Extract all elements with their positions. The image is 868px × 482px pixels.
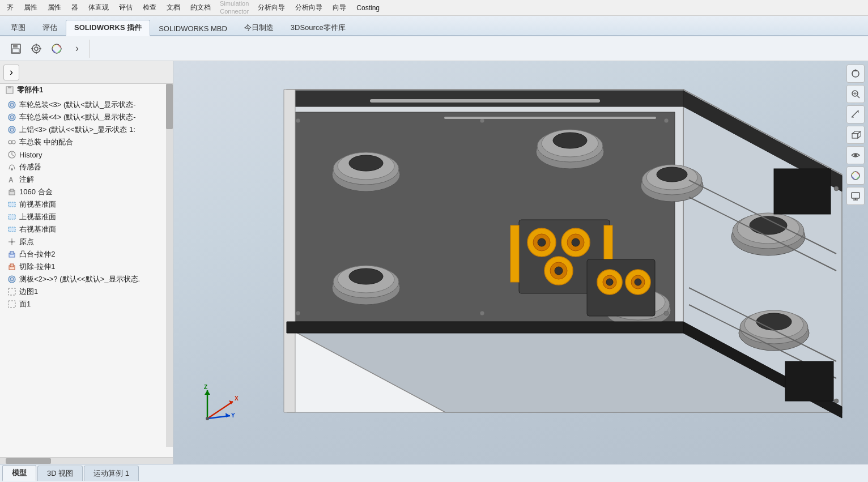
svg-rect-132 <box>852 134 858 138</box>
svg-rect-38 <box>8 288 15 295</box>
feature-tree: 车轮总装<3> (默认<默认_显示状态- 车轮总装<4> (默认<默认_显示状态… <box>0 96 173 457</box>
tree-item-material[interactable]: 1060 合金 <box>0 186 173 198</box>
right-toolbar <box>843 61 868 464</box>
left-hscrollbar[interactable] <box>0 457 173 464</box>
svg-rect-33 <box>10 251 14 254</box>
mates-icon <box>7 137 17 147</box>
tree-root-title[interactable]: 零部件1 <box>0 84 173 96</box>
svg-point-59 <box>657 167 687 182</box>
box-btn[interactable] <box>846 126 865 144</box>
coordinate-indicator: X Y Z <box>196 385 241 430</box>
tree-item-sensors[interactable]: 传感器 <box>0 161 173 173</box>
menu-fenxi2[interactable]: 分析向导 <box>291 2 327 14</box>
menu-tizhiguan[interactable]: 体直观 <box>84 2 113 14</box>
top-menu-bar: 齐 属性 属性 器 体直观 评估 检查 文档 的文档 Simulation Co… <box>0 0 868 16</box>
tree-item-cut-extrude[interactable]: 切除-拉伸1 <box>0 261 173 273</box>
left-expand-btn[interactable]: › <box>3 65 19 80</box>
tree-item-2[interactable]: 上铝<3> (默认<<默认>_显示状态 1: <box>0 123 173 136</box>
svg-point-63 <box>750 216 787 234</box>
left-hscroll-thumb[interactable] <box>6 458 51 464</box>
boss-extrude-icon <box>7 249 17 259</box>
svg-point-15 <box>8 114 15 121</box>
menu-attr1[interactable]: 属性 <box>19 2 42 14</box>
assembly-icon-2 <box>7 125 17 135</box>
svg-point-36 <box>8 276 15 283</box>
menu-simulation-connector[interactable]: Simulation Connector <box>216 0 252 16</box>
svg-point-82 <box>572 238 580 246</box>
menu-jiancha[interactable]: 检查 <box>138 2 161 14</box>
tab-model[interactable]: 模型 <box>2 465 36 481</box>
svg-point-101 <box>834 186 839 191</box>
svg-point-71 <box>349 268 383 284</box>
tab-3d-view[interactable]: 3D 视图 <box>37 466 83 481</box>
tab-sw-plugins[interactable]: SOLIDWORKS 插件 <box>66 20 150 36</box>
ribbon-tab-bar: 草图 评估 SOLIDWORKS 插件 SOLIDWORKS MBD 今日制造 … <box>0 16 868 36</box>
tree-item-1[interactable]: 车轮总装<4> (默认<默认_显示状态- <box>0 111 173 123</box>
main-toolbar: › <box>0 36 868 61</box>
save-icon <box>10 43 22 54</box>
tree-item-plane-front[interactable]: 前视基准面 <box>0 198 173 211</box>
menu-pinggu[interactable]: 评估 <box>114 2 137 14</box>
sketch1-icon <box>7 287 17 297</box>
svg-marker-134 <box>858 131 861 138</box>
feature-tree-panel: › 零部件1 车轮总装<3> (默认<默认_显示状态- 车轮总装<4> (默认<… <box>0 61 173 464</box>
menu-qi2[interactable]: 器 <box>67 2 83 14</box>
zoom-btn[interactable] <box>846 85 865 103</box>
tree-item-annotations[interactable]: A 注解 <box>0 173 173 186</box>
assembly-icon-0 <box>7 100 17 110</box>
svg-point-55 <box>553 133 587 148</box>
tree-item-history[interactable]: History <box>0 148 173 161</box>
display-btn[interactable] <box>846 187 865 205</box>
menu-wendang[interactable]: 文档 <box>162 2 185 14</box>
toolbar-target-btn[interactable] <box>27 40 45 58</box>
toolbar-expand-btn[interactable]: › <box>68 40 86 58</box>
menu-fenxi1[interactable]: 分析向导 <box>253 2 290 14</box>
tab-caotu[interactable]: 草图 <box>2 20 34 35</box>
menu-costing[interactable]: Costing <box>352 3 384 13</box>
tab-pinggu[interactable]: 评估 <box>34 20 66 35</box>
tab-sw-mbd[interactable]: SOLIDWORKS MBD <box>150 22 236 35</box>
svg-point-85 <box>555 267 563 275</box>
tree-item-board[interactable]: 测板<2>->? (默认<<默认>_显示状态. <box>0 273 173 285</box>
svg-point-20 <box>12 140 15 144</box>
tab-motion[interactable]: 运动算例 1 <box>84 466 139 481</box>
bottom-tab-bar: 模型 3D 视图 运动算例 1 <box>0 464 868 482</box>
menu-qi[interactable]: 齐 <box>2 2 18 14</box>
tree-item-plane-right[interactable]: 右视基准面 <box>0 223 173 236</box>
svg-text:X: X <box>235 395 239 402</box>
svg-point-95 <box>296 118 300 123</box>
svg-rect-12 <box>8 86 11 88</box>
tree-item-boss-extrude[interactable]: 凸台-拉伸2 <box>0 248 173 261</box>
menu-attr2[interactable]: 属性 <box>43 2 66 14</box>
svg-point-4 <box>35 47 38 50</box>
tree-item-0[interactable]: 车轮总装<3> (默认<默认_显示状态- <box>0 99 173 111</box>
svg-rect-39 <box>8 301 15 308</box>
toolbar-section-left: › <box>3 40 90 58</box>
tree-item-plane-top[interactable]: 上视基准面 <box>0 211 173 223</box>
svg-point-96 <box>664 118 669 123</box>
menu-dewenjian[interactable]: 的文档 <box>186 2 215 14</box>
svg-point-99 <box>480 118 484 123</box>
appearance-btn[interactable] <box>846 167 865 185</box>
tab-jinri[interactable]: 今日制造 <box>236 20 282 35</box>
tree-item-mates[interactable]: 车总装 中的配合 <box>0 136 173 148</box>
svg-line-127 <box>857 96 860 98</box>
measure-btn[interactable] <box>846 105 865 123</box>
toolbar-color-btn[interactable] <box>48 40 66 58</box>
view-rotate-btn[interactable] <box>846 65 865 83</box>
svg-point-137 <box>852 172 860 180</box>
svg-rect-113 <box>785 361 833 401</box>
3d-viewport[interactable]: X Y Z <box>173 61 868 464</box>
svg-point-51 <box>349 155 383 171</box>
panel-resize-handle[interactable] <box>171 61 175 464</box>
tree-item-sketch1[interactable]: 边图1 <box>0 285 173 298</box>
svg-point-97 <box>296 311 300 315</box>
tab-3dsource[interactable]: 3DSource零件库 <box>282 20 354 35</box>
board-icon <box>7 274 17 284</box>
menu-xiangdao[interactable]: 向导 <box>328 2 351 14</box>
svg-marker-45 <box>287 91 683 106</box>
eye-btn[interactable] <box>846 146 865 164</box>
tree-item-sketch2[interactable]: 面1 <box>0 298 173 310</box>
tree-item-origin[interactable]: 原点 <box>0 236 173 248</box>
toolbar-save-btn[interactable] <box>7 40 25 58</box>
